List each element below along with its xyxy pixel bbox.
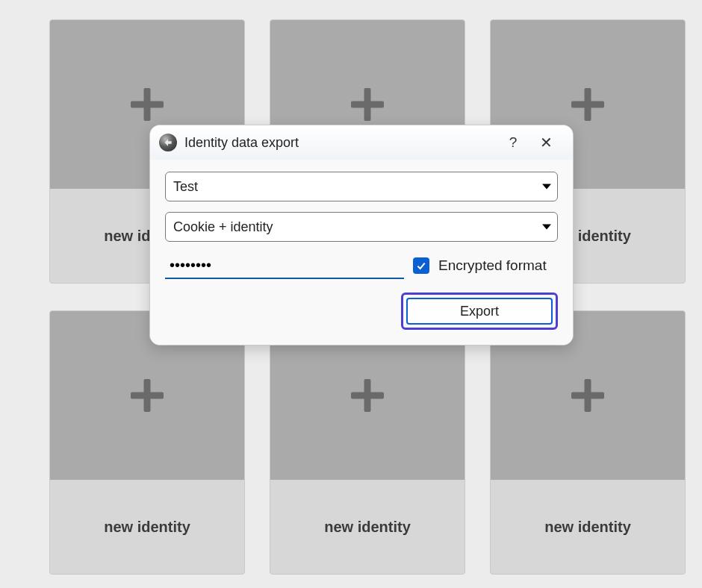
- plus-icon: [351, 379, 384, 412]
- plus-icon: [131, 88, 164, 121]
- plus-icon: [571, 88, 604, 121]
- check-icon: [415, 260, 427, 272]
- plus-icon: [131, 379, 164, 412]
- plus-icon: [351, 88, 384, 121]
- encrypted-label: Encrypted format: [438, 257, 547, 274]
- new-identity-card[interactable]: new identity: [270, 310, 465, 575]
- password-input[interactable]: [170, 257, 400, 274]
- app-icon: [159, 134, 177, 151]
- dialog-title: Identity data export: [184, 135, 299, 151]
- encrypted-checkbox[interactable]: [413, 257, 429, 274]
- identity-select-value: Test: [173, 179, 198, 195]
- dialog-body: Test Cookie + identity Encrypted format …: [150, 160, 573, 345]
- chevron-down-icon: [542, 225, 551, 230]
- plus-icon: [571, 379, 604, 412]
- identity-select[interactable]: Test: [165, 172, 558, 201]
- export-type-select[interactable]: Cookie + identity: [165, 212, 558, 242]
- export-dialog: Identity data export ? ✕ Test Cookie + i…: [149, 125, 574, 345]
- chevron-down-icon: [542, 184, 551, 190]
- help-button[interactable]: ?: [497, 131, 529, 154]
- export-button-highlight: Export: [401, 293, 558, 330]
- export-type-value: Cookie + identity: [173, 219, 273, 235]
- card-label: new identity: [491, 480, 685, 574]
- card-label: new identity: [50, 480, 244, 574]
- new-identity-card[interactable]: new identity: [49, 310, 245, 575]
- export-button[interactable]: Export: [406, 298, 553, 325]
- new-identity-card[interactable]: new identity: [490, 310, 686, 575]
- dialog-titlebar: Identity data export ? ✕: [150, 125, 573, 160]
- close-button[interactable]: ✕: [529, 131, 562, 154]
- card-label: new identity: [270, 480, 465, 574]
- password-field-wrapper: [165, 252, 404, 279]
